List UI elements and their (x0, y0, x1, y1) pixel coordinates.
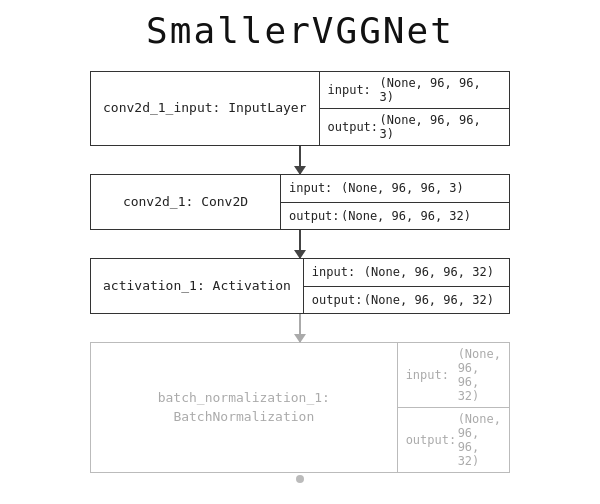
batchnorm_layer-input-row: input:(None, 96, 96, 32) (398, 343, 509, 408)
page-title: SmallerVGGNet (146, 10, 454, 51)
activation_layer-name: activation_1: Activation (91, 259, 304, 313)
conv2d_layer-output-row: output:(None, 96, 96, 32) (281, 203, 509, 230)
conv2d_layer-input-value: (None, 96, 96, 3) (341, 181, 464, 195)
batchnorm_layer-output-row: output:(None, 96, 96, 32) (398, 408, 509, 472)
activation_layer-output-label: output: (312, 293, 364, 307)
conv2d_layer-input-row: input:(None, 96, 96, 3) (281, 175, 509, 203)
conv2d_layer: conv2d_1: Conv2Dinput:(None, 96, 96, 3)o… (90, 174, 510, 230)
connector-arrow-3 (299, 314, 301, 342)
conv2d_layer-output-value: (None, 96, 96, 32) (341, 209, 471, 223)
bottom-dot (296, 475, 304, 483)
conv2d_layer-output-label: output: (289, 209, 341, 223)
activation_layer-output-row: output:(None, 96, 96, 32) (304, 287, 509, 314)
connector-arrow-1 (299, 146, 301, 174)
input_layer-name: conv2d_1_input: InputLayer (91, 72, 320, 145)
batchnorm_layer-input-value: (None, 96, 96, 32) (458, 347, 501, 403)
activation_layer-input-label: input: (312, 265, 364, 279)
input_layer-output-label: output: (328, 120, 380, 134)
input_layer-output-row: output:(None, 96, 96, 3) (320, 109, 510, 145)
conv2d_layer-name: conv2d_1: Conv2D (91, 175, 281, 229)
batchnorm_layer-output-label: output: (406, 433, 458, 447)
input_layer-input-row: input:(None, 96, 96, 3) (320, 72, 510, 109)
input_layer-output-value: (None, 96, 96, 3) (380, 113, 502, 141)
activation_layer-input-row: input:(None, 96, 96, 32) (304, 259, 509, 287)
batchnorm_layer-input-label: input: (406, 368, 458, 382)
batchnorm_layer: batch_normalization_1: BatchNormalizatio… (90, 342, 510, 473)
connector-arrow-2 (299, 230, 301, 258)
neural-network-diagram: conv2d_1_input: InputLayerinput:(None, 9… (50, 71, 550, 483)
activation_layer-input-value: (None, 96, 96, 32) (364, 265, 494, 279)
batchnorm_layer-name: batch_normalization_1: BatchNormalizatio… (91, 343, 398, 472)
input_layer-input-value: (None, 96, 96, 3) (380, 76, 502, 104)
batchnorm_layer-output-value: (None, 96, 96, 32) (458, 412, 501, 468)
activation_layer-output-value: (None, 96, 96, 32) (364, 293, 494, 307)
conv2d_layer-input-label: input: (289, 181, 341, 195)
activation_layer: activation_1: Activationinput:(None, 96,… (90, 258, 510, 314)
input_layer-input-label: input: (328, 83, 380, 97)
input_layer: conv2d_1_input: InputLayerinput:(None, 9… (90, 71, 510, 146)
